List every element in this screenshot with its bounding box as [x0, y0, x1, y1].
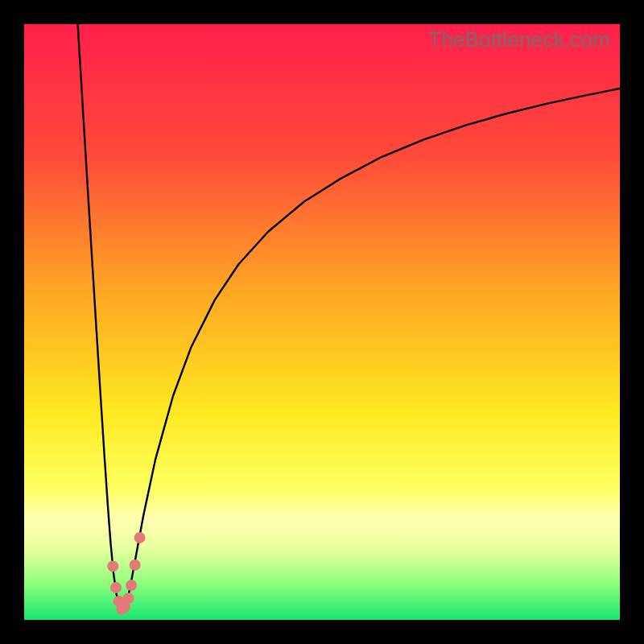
curve-marker — [107, 560, 118, 572]
curve-marker — [126, 580, 137, 591]
right-branch-curve — [122, 89, 620, 613]
plot-area: TheBottleneck.com — [24, 24, 620, 620]
curve-marker — [130, 559, 141, 571]
outer-frame: TheBottleneck.com — [0, 0, 644, 644]
curve-marker — [123, 592, 134, 604]
left-branch-curve — [78, 24, 123, 613]
curve-layer — [24, 24, 620, 620]
curve-marker — [134, 532, 146, 543]
curve-marker — [110, 582, 122, 593]
watermark-text: TheBottleneck.com — [428, 27, 610, 52]
